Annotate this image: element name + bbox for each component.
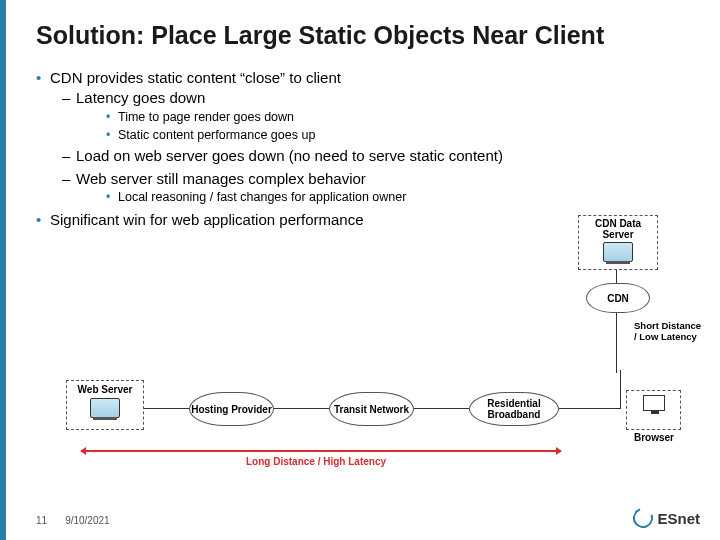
bullet-cdn-provides: •CDN provides static content “close” to … (36, 68, 702, 206)
slide-content: •CDN provides static content “close” to … (36, 68, 702, 230)
logo-swirl-icon (630, 505, 657, 532)
server-icon (603, 242, 633, 262)
transit-network-label: Transit Network (334, 404, 409, 415)
bullet-text: CDN provides static content “close” to c… (50, 69, 341, 86)
network-diagram: Web Server Hosting Provider Transit Netw… (66, 380, 686, 485)
bullet-text: Latency goes down (76, 89, 205, 106)
slide-title: Solution: Place Large Static Objects Nea… (36, 20, 702, 50)
bullet-text: Load on web server goes down (no need to… (76, 147, 503, 164)
bullet-load-down: –Load on web server goes down (no need t… (62, 146, 702, 166)
long-distance-arrow (86, 450, 556, 452)
server-icon (90, 398, 120, 418)
bullet-local-reasoning: •Local reasoning / fast changes for appl… (106, 189, 702, 206)
hosting-provider-label: Hosting Provider (191, 404, 272, 415)
cdn-side-diagram: CDN Data Server CDN Short Distance / Low… (568, 215, 698, 373)
bullet-page-render: •Time to page render goes down (106, 109, 702, 126)
cdn-cloud-label: CDN (607, 293, 629, 304)
logo-text: ESnet (657, 510, 700, 527)
esnet-logo: ESnet (633, 508, 700, 528)
long-distance-label: Long Distance / High Latency (166, 456, 466, 467)
monitor-icon (643, 395, 665, 411)
bullet-text: Local reasoning / fast changes for appli… (118, 190, 406, 204)
slide: { "title": "Solution: Place Large Static… (0, 0, 720, 540)
bullet-text: Time to page render goes down (118, 110, 294, 124)
bullet-static-perf: •Static content performance goes up (106, 127, 702, 144)
web-server-label: Web Server (67, 384, 143, 395)
page-number: 11 (36, 515, 47, 526)
bullet-text: Static content performance goes up (118, 128, 315, 142)
bullet-web-server-manages: –Web server still manages complex behavi… (62, 169, 702, 206)
slide-date: 9/10/2021 (65, 515, 110, 526)
slide-footer: 11 9/10/2021 (36, 515, 110, 526)
bullet-text: Web server still manages complex behavio… (76, 170, 366, 187)
browser-label: Browser (626, 432, 682, 443)
bullet-text: Significant win for web application perf… (50, 211, 364, 228)
residential-broadband-label: Residential Broadband (470, 398, 558, 420)
cdn-data-server-label: CDN Data Server (579, 218, 657, 240)
short-distance-label: Short Distance / Low Latency (634, 320, 702, 342)
bullet-latency-down: –Latency goes down •Time to page render … (62, 88, 702, 144)
